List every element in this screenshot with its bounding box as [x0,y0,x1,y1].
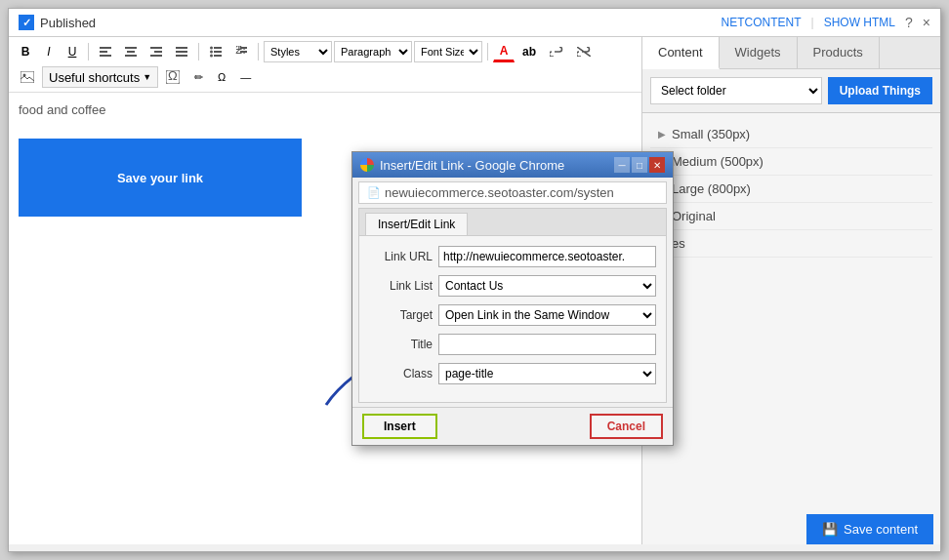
title-input[interactable] [438,334,656,355]
modal-address-bar: 📄 newuiecommerce.seotoaster.com/systen [358,181,667,204]
svg-point-16 [210,55,213,58]
svg-rect-15 [214,51,222,53]
bold-button[interactable]: B [15,41,36,62]
form-row-class: Class page-title [369,363,656,384]
italic-button[interactable]: I [38,41,60,62]
help-button[interactable]: ? [905,15,913,30]
unordered-list-button[interactable] [204,41,227,62]
styles-select[interactable]: Styles [264,41,332,62]
paragraph-select[interactable]: Paragraph [334,41,412,62]
pipe-separator: | [811,16,814,29]
netcontent-link[interactable]: NETCONTENT [722,16,802,29]
size-large-label: Large (800px) [672,181,751,196]
toolbar-row-2: Useful shortcuts ▼ Ω ✏ Ω — [15,66,636,88]
modal-title-buttons: ─ □ ✕ [614,157,665,173]
link-url-input[interactable] [438,246,656,267]
save-link-text: Save your link [117,171,203,185]
svg-rect-8 [150,55,162,57]
fontsize-select[interactable]: Font Size [414,41,482,62]
modal-tab-row: Insert/Edit Link [359,209,666,236]
svg-rect-5 [125,55,137,57]
size-original-label: Original [672,209,716,223]
size-original[interactable]: ▶ Original [650,203,932,230]
size-small-label: Small (350px) [672,127,750,141]
image-button[interactable] [15,66,40,88]
size-options: ▶ Small (350px) ▶ Medium (500px) ▶ Large… [642,113,940,265]
link-url-label: Link URL [369,250,433,263]
save-content-area: 💾 Save content [806,514,933,544]
shortcuts-button[interactable]: Useful shortcuts ▼ [42,66,158,88]
toolbar-row-1: B I U [15,41,636,62]
svg-rect-21 [240,51,247,53]
svg-rect-6 [150,47,162,49]
right-panel: Content Widgets Products Select folder U… [642,37,940,544]
align-left-button[interactable] [94,41,117,62]
align-center-button[interactable] [119,41,143,62]
link-button[interactable] [544,41,569,62]
modal-title-left: Insert/Edit Link - Google Chrome [360,158,564,173]
form-row-link-url: Link URL [369,246,656,267]
size-es[interactable]: ▶ es [650,230,932,258]
showhtml-link[interactable]: SHOW HTML [824,16,895,29]
justify-button[interactable] [170,41,193,62]
separator-2 [198,43,199,60]
tabs-row: Content Widgets Products [642,37,940,69]
unlink-button[interactable] [571,41,597,62]
tab-content[interactable]: Content [642,37,720,69]
form-row-target: Target Open Link in the Same Window [369,304,656,326]
svg-point-12 [210,47,213,50]
hr-button[interactable]: — [234,66,257,88]
save-icon: 💾 [822,522,838,537]
size-large[interactable]: ▶ Large (800px) [650,176,932,203]
tab-widgets[interactable]: Widgets [720,37,798,68]
modal-footer: Insert Cancel [352,407,673,445]
svg-rect-3 [125,47,137,49]
save-link-button[interactable]: Save your link [19,139,302,217]
save-content-button[interactable]: 💾 Save content [806,514,933,544]
modal-maximize-button[interactable]: □ [632,157,647,173]
target-select[interactable]: Open Link in the Same Window [438,304,656,326]
svg-text:Ω: Ω [168,70,178,83]
modal-close-button[interactable]: ✕ [649,157,665,173]
form-row-title: Title [369,334,656,355]
window-title: Published [40,16,96,30]
form-row-link-list: Link List Contact Us [369,275,656,297]
folder-select[interactable]: Select folder [650,77,822,104]
class-select[interactable]: page-title [438,363,656,384]
insert-button[interactable]: Insert [362,414,437,439]
right-toolbar: Select folder Upload Things [642,69,940,113]
special-char-button[interactable]: Ω [160,66,186,88]
page-icon: 📄 [367,186,381,199]
underline-button[interactable]: U [62,41,83,62]
pencil-button[interactable]: ✏ [187,66,209,88]
highlight-button[interactable]: ab [516,41,542,62]
align-right-button[interactable] [144,41,168,62]
editor-text[interactable]: food and coffee [19,102,632,117]
link-list-select[interactable]: Contact Us [438,275,656,297]
shortcuts-label: Useful shortcuts [49,70,140,85]
chrome-icon [360,158,374,172]
title-label: Title [369,338,433,351]
modal-title-bar: Insert/Edit Link - Google Chrome ─ □ ✕ [352,152,673,178]
size-medium-label: Medium (500px) [672,154,763,169]
toolbar: B I U [9,37,641,93]
svg-point-14 [210,51,213,54]
save-content-label: Save content [844,522,918,537]
upload-button[interactable]: Upload Things [828,77,932,104]
tab-products[interactable]: Products [798,37,880,68]
close-button[interactable]: × [923,15,930,30]
size-small[interactable]: ▶ Small (350px) [650,121,932,148]
link-list-label: Link List [369,279,433,293]
modal-minimize-button[interactable]: ─ [614,157,630,173]
omega-button[interactable]: Ω [211,66,232,88]
svg-rect-11 [176,55,187,57]
modal-address-text: newuiecommerce.seotoaster.com/systen [385,185,614,200]
separator-1 [88,43,89,60]
font-color-button[interactable]: A [493,41,515,62]
modal-tab-insert[interactable]: Insert/Edit Link [365,213,468,235]
size-medium[interactable]: ▶ Medium (500px) [650,148,932,176]
cancel-button[interactable]: Cancel [590,414,663,439]
svg-rect-10 [176,51,187,53]
ordered-list-button[interactable]: 1.2. [229,41,253,62]
svg-rect-13 [214,47,222,49]
